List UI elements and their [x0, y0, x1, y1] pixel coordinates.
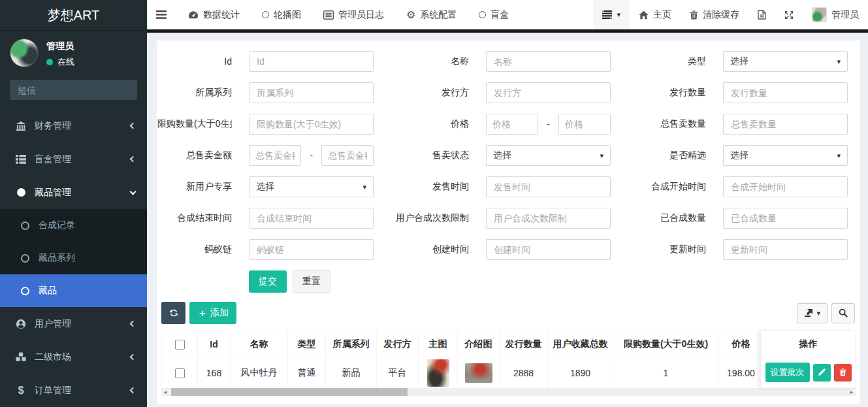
nav-item-blindbox[interactable]: 盲盒	[469, 9, 519, 21]
synth-limit-field[interactable]	[486, 208, 611, 229]
sidebar-search-input[interactable]	[10, 80, 137, 100]
user-icon	[14, 319, 27, 329]
update-time-field[interactable]	[723, 239, 848, 260]
edit-button[interactable]	[813, 364, 831, 382]
nav-item-system-config[interactable]: ⚙ 系统配置	[396, 8, 466, 21]
set-batch-button[interactable]: 设置批次	[765, 363, 810, 382]
total-sold-field[interactable]	[723, 114, 848, 135]
row-actions: 设置批次	[762, 357, 855, 387]
name-field[interactable]	[486, 51, 611, 72]
file-icon	[758, 10, 766, 20]
column-header[interactable]: 发行方	[377, 331, 419, 357]
add-button[interactable]: ＋ 添加	[189, 302, 236, 324]
online-status-dot	[46, 59, 53, 65]
table-search-button[interactable]	[831, 303, 855, 323]
file-button[interactable]	[748, 0, 775, 29]
account-menu[interactable]: 管理员	[803, 0, 868, 29]
total-amount-max-field[interactable]	[321, 145, 374, 166]
sale-time-field[interactable]	[486, 176, 611, 197]
cell-id: 168	[198, 357, 231, 389]
column-header[interactable]: 名称	[231, 331, 288, 357]
delete-button[interactable]	[834, 364, 852, 382]
reset-button[interactable]: 重置	[293, 270, 330, 293]
nav-item-admin-log[interactable]: 管理员日志	[313, 9, 394, 21]
sale-status-select[interactable]: 选择▾	[486, 145, 611, 166]
field-label: 发行数量	[611, 87, 723, 99]
nav-item-carousel[interactable]: 轮播图	[252, 9, 311, 21]
field-label: 限购数量(大于0生效)	[157, 118, 249, 130]
export-button[interactable]: ▾	[797, 303, 828, 323]
account-avatar	[812, 7, 827, 22]
scroll-left-arrow[interactable]: ◂	[161, 388, 169, 396]
chevron-left-icon	[130, 123, 137, 129]
horizontal-scrollbar[interactable]: ◂ ▸	[161, 388, 856, 396]
quick-menu-dropdown[interactable]: ▾	[593, 0, 630, 29]
issuer-field[interactable]	[486, 82, 611, 103]
column-header[interactable]: 用户收藏总数	[548, 331, 613, 357]
sidebar-item-collection-series[interactable]: 藏品系列	[0, 242, 147, 274]
main-image-thumbnail[interactable]	[427, 359, 449, 387]
sidebar-item-label: 财务管理	[35, 120, 123, 132]
circle-icon	[14, 188, 27, 197]
field-label: 是否精选	[611, 150, 723, 161]
price-max-field[interactable]	[558, 114, 611, 135]
scroll-right-arrow[interactable]: ▸	[848, 388, 856, 396]
circle-outline-icon	[18, 287, 31, 295]
purchase-limit-field[interactable]	[249, 114, 374, 135]
sidebar-toggle-button[interactable]	[147, 0, 176, 29]
sidebar-item-finance[interactable]: 财务管理	[0, 109, 147, 142]
price-min-field[interactable]	[486, 114, 538, 135]
nav-item-statistics[interactable]: 数据统计	[178, 9, 249, 21]
ant-chain-field[interactable]	[249, 239, 374, 260]
sidebar-item-users[interactable]: 用户管理	[0, 307, 147, 340]
sidebar-item-blindbox[interactable]: 盲盒管理	[0, 142, 147, 176]
row-checkbox[interactable]	[175, 368, 185, 378]
sidebar-item-synth-records[interactable]: 合成记录	[0, 209, 147, 242]
column-header[interactable]: 发行数量	[500, 331, 548, 357]
column-header[interactable]: 所属系列	[326, 331, 377, 357]
field-label: 已合成数量	[611, 212, 723, 224]
synth-end-field[interactable]	[249, 208, 374, 229]
sidebar-item-label: 藏品	[39, 285, 57, 297]
column-header[interactable]: 价格	[719, 331, 764, 357]
create-time-field[interactable]	[486, 239, 611, 260]
column-header[interactable]: 主图	[419, 331, 458, 357]
sidebar-item-label: 用户管理	[35, 318, 123, 330]
avatar	[10, 39, 39, 67]
select-all-checkbox[interactable]	[175, 340, 185, 350]
sidebar-item-secondary-market[interactable]: 二级市场	[0, 340, 147, 374]
clear-cache-button[interactable]: 清除缓存	[681, 0, 748, 29]
intro-image-thumbnail[interactable]	[465, 363, 492, 383]
user-status: 在线	[46, 56, 74, 68]
sidebar-item-label: 合成记录	[39, 220, 75, 231]
issue-count-field[interactable]	[723, 82, 848, 103]
scrollbar-thumb[interactable]	[171, 388, 408, 396]
table-row: 168 风中牡丹 普通 新品 平台 2888 1890 1 198.00	[162, 357, 764, 389]
chevron-down-icon	[130, 188, 137, 195]
pencil-icon	[818, 368, 826, 376]
refresh-button[interactable]	[161, 302, 185, 324]
column-header[interactable]: 限购数量(大于0生效)	[613, 331, 719, 357]
id-field[interactable]	[249, 51, 374, 72]
sidebar-item-orders[interactable]: $ 订单管理	[0, 374, 147, 407]
type-select[interactable]: 选择▾	[723, 51, 848, 72]
series-field[interactable]	[249, 82, 374, 103]
synth-start-field[interactable]	[723, 176, 848, 197]
collections-panel: Id 名称 类型 选择▾ 所属系列 发行方 发行数量 限购数量(大于0生效)	[157, 41, 860, 404]
sidebar-item-collections[interactable]: 藏品管理	[0, 176, 147, 209]
sidebar-item-label: 订单管理	[35, 385, 123, 397]
sidebar-item-label: 藏品管理	[35, 187, 123, 199]
column-header[interactable]: 介绍图	[458, 331, 500, 357]
column-header[interactable]: 类型	[288, 331, 326, 357]
sidebar-item-collection-active[interactable]: 藏品	[0, 274, 147, 307]
total-amount-min-field[interactable]	[249, 145, 301, 166]
synth-count-field[interactable]	[723, 208, 848, 229]
clear-cache-label: 清除缓存	[703, 9, 739, 21]
submit-button[interactable]: 提交	[249, 270, 287, 293]
column-header[interactable]: Id	[198, 331, 231, 357]
new-user-select[interactable]: 选择▾	[249, 176, 374, 197]
fullscreen-button[interactable]	[775, 0, 803, 29]
home-button[interactable]: 主页	[630, 0, 681, 29]
field-label: 发行方	[374, 87, 486, 99]
featured-select[interactable]: 选择▾	[723, 145, 848, 166]
